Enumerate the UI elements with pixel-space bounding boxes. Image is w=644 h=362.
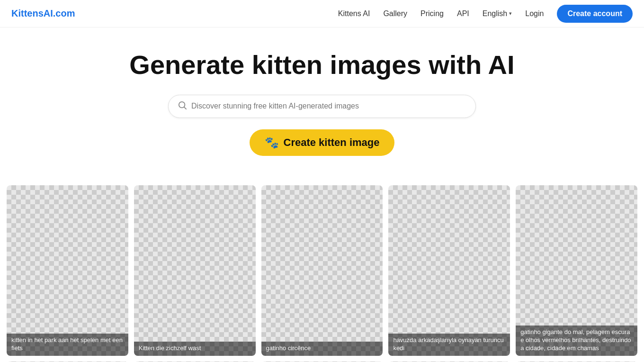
language-label: English <box>483 9 507 18</box>
gallery-caption: Kitten die zichzelf wast <box>134 342 256 356</box>
gallery-card[interactable]: havuzda arkadaşlarıyla oynayan turuncu k… <box>388 185 510 356</box>
logo[interactable]: KittensAI.com <box>11 8 75 19</box>
svg-line-1 <box>184 107 186 109</box>
gallery-card[interactable]: gatinho gigante do mal, pelagem escura e… <box>516 185 637 356</box>
gallery-caption: havuzda arkadaşlarıyla oynayan turuncu k… <box>388 334 510 356</box>
search-icon <box>178 101 187 112</box>
nav-pricing[interactable]: Pricing <box>420 9 444 18</box>
gallery-card[interactable]: kitten in het park aan het spelen met ee… <box>7 185 128 356</box>
create-button-label: Create kitten image <box>284 136 380 149</box>
gallery-caption: gatinho circênce <box>261 342 383 356</box>
nav-api[interactable]: API <box>457 9 469 18</box>
navbar: KittensAI.com Kittens AI Gallery Pricing… <box>0 0 644 27</box>
gallery-caption: kitten in het park aan het spelen met ee… <box>7 334 128 356</box>
paw-icon: 🐾 <box>265 136 279 149</box>
login-button[interactable]: Login <box>525 9 544 18</box>
nav-links: Kittens AI Gallery Pricing API English ▾… <box>338 5 633 23</box>
gallery-card[interactable]: gatinho circênce <box>261 185 383 356</box>
chevron-down-icon: ▾ <box>509 10 512 17</box>
search-input[interactable] <box>191 102 466 110</box>
gallery-row-1: kitten in het park aan het spelen met ee… <box>7 185 637 356</box>
hero-title: Generate kitten images with AI <box>9 50 635 80</box>
search-bar <box>168 95 476 118</box>
gallery-caption: gatinho gigante do mal, pelagem escura e… <box>516 326 637 356</box>
gallery: kitten in het park aan het spelen met ee… <box>0 185 644 362</box>
gallery-card[interactable]: Kitten die zichzelf wast <box>134 185 256 356</box>
nav-kittens-ai[interactable]: Kittens AI <box>338 9 370 18</box>
create-kitten-image-button[interactable]: 🐾 Create kitten image <box>250 129 395 156</box>
nav-gallery[interactable]: Gallery <box>383 9 407 18</box>
hero-section: Generate kitten images with AI 🐾 Create … <box>0 27 644 185</box>
language-selector[interactable]: English ▾ <box>483 9 512 18</box>
create-account-button[interactable]: Create account <box>557 5 633 23</box>
